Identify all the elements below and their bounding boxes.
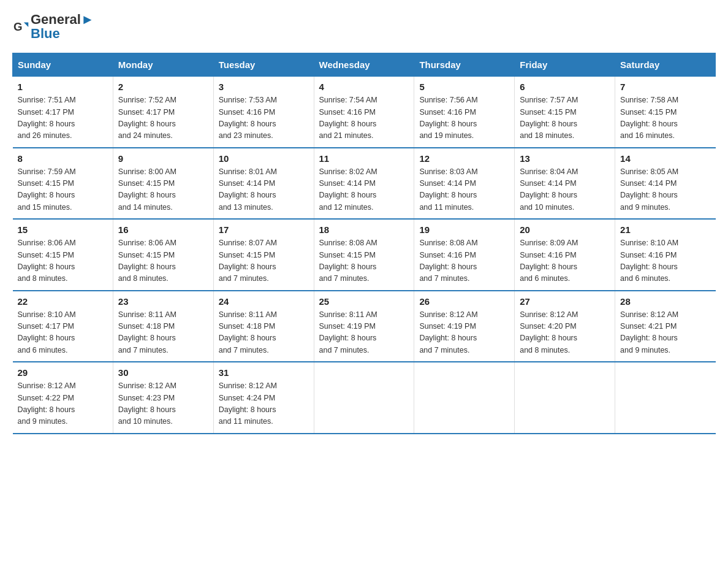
- table-row: [615, 362, 716, 434]
- day-info: Sunrise: 8:11 AMSunset: 4:18 PMDaylight:…: [118, 309, 208, 357]
- day-number: 27: [520, 296, 610, 307]
- day-info: Sunrise: 8:08 AMSunset: 4:16 PMDaylight:…: [419, 237, 509, 285]
- day-info: Sunrise: 8:09 AMSunset: 4:16 PMDaylight:…: [520, 237, 610, 285]
- day-number: 31: [219, 367, 309, 378]
- calendar-week-4: 22Sunrise: 8:10 AMSunset: 4:17 PMDayligh…: [13, 291, 716, 362]
- day-info: Sunrise: 8:06 AMSunset: 4:15 PMDaylight:…: [18, 237, 108, 285]
- day-info: Sunrise: 8:10 AMSunset: 4:17 PMDaylight:…: [18, 309, 108, 357]
- day-number: 15: [18, 224, 108, 235]
- table-row: 12Sunrise: 8:03 AMSunset: 4:14 PMDayligh…: [414, 148, 515, 220]
- table-row: 16Sunrise: 8:06 AMSunset: 4:15 PMDayligh…: [113, 219, 213, 291]
- day-info: Sunrise: 7:58 AMSunset: 4:15 PMDaylight:…: [620, 94, 710, 142]
- day-number: 18: [319, 224, 409, 235]
- day-number: 30: [118, 367, 208, 378]
- col-sunday: Sunday: [13, 53, 113, 77]
- day-number: 5: [419, 82, 509, 92]
- calendar-week-2: 8Sunrise: 7:59 AMSunset: 4:15 PMDaylight…: [13, 148, 716, 220]
- day-number: 6: [520, 82, 610, 92]
- table-row: 28Sunrise: 8:12 AMSunset: 4:21 PMDayligh…: [615, 291, 716, 362]
- day-info: Sunrise: 8:11 AMSunset: 4:19 PMDaylight:…: [319, 309, 409, 357]
- day-number: 22: [18, 296, 108, 307]
- day-info: Sunrise: 8:03 AMSunset: 4:14 PMDaylight:…: [419, 166, 509, 214]
- day-number: 10: [219, 153, 309, 164]
- day-info: Sunrise: 8:12 AMSunset: 4:22 PMDaylight:…: [18, 380, 108, 428]
- table-row: 11Sunrise: 8:02 AMSunset: 4:14 PMDayligh…: [314, 148, 414, 220]
- table-row: [515, 362, 615, 434]
- day-number: 19: [419, 224, 509, 235]
- table-row: 6Sunrise: 7:57 AMSunset: 4:15 PMDaylight…: [515, 77, 615, 148]
- table-row: 10Sunrise: 8:01 AMSunset: 4:14 PMDayligh…: [213, 148, 314, 220]
- table-row: 18Sunrise: 8:08 AMSunset: 4:15 PMDayligh…: [314, 219, 414, 291]
- table-row: 23Sunrise: 8:11 AMSunset: 4:18 PMDayligh…: [113, 291, 213, 362]
- day-info: Sunrise: 8:06 AMSunset: 4:15 PMDaylight:…: [118, 237, 208, 285]
- table-row: 1Sunrise: 7:51 AMSunset: 4:17 PMDaylight…: [13, 77, 113, 148]
- day-info: Sunrise: 8:11 AMSunset: 4:18 PMDaylight:…: [219, 309, 309, 357]
- table-row: 22Sunrise: 8:10 AMSunset: 4:17 PMDayligh…: [13, 291, 113, 362]
- day-number: 26: [419, 296, 509, 307]
- day-number: 4: [319, 82, 409, 92]
- day-number: 1: [18, 82, 108, 92]
- table-row: 13Sunrise: 8:04 AMSunset: 4:14 PMDayligh…: [515, 148, 615, 220]
- table-row: 14Sunrise: 8:05 AMSunset: 4:14 PMDayligh…: [615, 148, 716, 220]
- day-info: Sunrise: 8:07 AMSunset: 4:15 PMDaylight:…: [219, 237, 309, 285]
- calendar-body: 1Sunrise: 7:51 AMSunset: 4:17 PMDaylight…: [13, 77, 716, 434]
- logo-general-text: General►: [31, 12, 94, 27]
- day-info: Sunrise: 8:04 AMSunset: 4:14 PMDaylight:…: [520, 166, 610, 214]
- day-number: 12: [419, 153, 509, 164]
- table-row: 21Sunrise: 8:10 AMSunset: 4:16 PMDayligh…: [615, 219, 716, 291]
- day-info: Sunrise: 7:56 AMSunset: 4:16 PMDaylight:…: [419, 94, 509, 142]
- calendar-week-3: 15Sunrise: 8:06 AMSunset: 4:15 PMDayligh…: [13, 219, 716, 291]
- day-info: Sunrise: 7:59 AMSunset: 4:15 PMDaylight:…: [18, 166, 108, 214]
- day-info: Sunrise: 8:10 AMSunset: 4:16 PMDaylight:…: [620, 237, 710, 285]
- table-row: 15Sunrise: 8:06 AMSunset: 4:15 PMDayligh…: [13, 219, 113, 291]
- day-info: Sunrise: 7:57 AMSunset: 4:15 PMDaylight:…: [520, 94, 610, 142]
- table-row: 19Sunrise: 8:08 AMSunset: 4:16 PMDayligh…: [414, 219, 515, 291]
- page-header: G General► Blue: [12, 12, 716, 40]
- day-info: Sunrise: 8:00 AMSunset: 4:15 PMDaylight:…: [118, 166, 208, 214]
- header-row: Sunday Monday Tuesday Wednesday Thursday…: [13, 53, 716, 77]
- day-number: 2: [118, 82, 208, 92]
- day-number: 25: [319, 296, 409, 307]
- day-number: 3: [219, 82, 309, 92]
- logo-blue-text: Blue: [31, 27, 94, 40]
- day-number: 14: [620, 153, 710, 164]
- day-number: 29: [18, 367, 108, 378]
- day-info: Sunrise: 8:12 AMSunset: 4:21 PMDaylight:…: [620, 309, 710, 357]
- table-row: 7Sunrise: 7:58 AMSunset: 4:15 PMDaylight…: [615, 77, 716, 148]
- day-number: 11: [319, 153, 409, 164]
- table-row: 26Sunrise: 8:12 AMSunset: 4:19 PMDayligh…: [414, 291, 515, 362]
- col-friday: Friday: [515, 53, 615, 77]
- table-row: 27Sunrise: 8:12 AMSunset: 4:20 PMDayligh…: [515, 291, 615, 362]
- logo: G General► Blue: [12, 12, 94, 40]
- day-number: 21: [620, 224, 710, 235]
- day-number: 8: [18, 153, 108, 164]
- day-number: 13: [520, 153, 610, 164]
- col-saturday: Saturday: [615, 53, 716, 77]
- day-info: Sunrise: 8:12 AMSunset: 4:24 PMDaylight:…: [219, 380, 309, 428]
- day-number: 20: [520, 224, 610, 235]
- day-info: Sunrise: 8:12 AMSunset: 4:23 PMDaylight:…: [118, 380, 208, 428]
- table-row: 5Sunrise: 7:56 AMSunset: 4:16 PMDaylight…: [414, 77, 515, 148]
- table-row: 20Sunrise: 8:09 AMSunset: 4:16 PMDayligh…: [515, 219, 615, 291]
- day-info: Sunrise: 8:05 AMSunset: 4:14 PMDaylight:…: [620, 166, 710, 214]
- table-row: 4Sunrise: 7:54 AMSunset: 4:16 PMDaylight…: [314, 77, 414, 148]
- day-info: Sunrise: 7:53 AMSunset: 4:16 PMDaylight:…: [219, 94, 309, 142]
- calendar-table: Sunday Monday Tuesday Wednesday Thursday…: [12, 53, 716, 434]
- day-number: 7: [620, 82, 710, 92]
- table-row: 3Sunrise: 7:53 AMSunset: 4:16 PMDaylight…: [213, 77, 314, 148]
- day-info: Sunrise: 7:54 AMSunset: 4:16 PMDaylight:…: [319, 94, 409, 142]
- day-info: Sunrise: 8:08 AMSunset: 4:15 PMDaylight:…: [319, 237, 409, 285]
- table-row: 24Sunrise: 8:11 AMSunset: 4:18 PMDayligh…: [213, 291, 314, 362]
- table-row: 30Sunrise: 8:12 AMSunset: 4:23 PMDayligh…: [113, 362, 213, 434]
- logo-icon: G: [13, 18, 31, 35]
- day-number: 24: [219, 296, 309, 307]
- day-info: Sunrise: 7:51 AMSunset: 4:17 PMDaylight:…: [18, 94, 108, 142]
- day-number: 17: [219, 224, 309, 235]
- day-number: 9: [118, 153, 208, 164]
- table-row: [314, 362, 414, 434]
- day-number: 16: [118, 224, 208, 235]
- day-info: Sunrise: 7:52 AMSunset: 4:17 PMDaylight:…: [118, 94, 208, 142]
- col-wednesday: Wednesday: [314, 53, 414, 77]
- calendar-header: Sunday Monday Tuesday Wednesday Thursday…: [13, 53, 716, 77]
- day-info: Sunrise: 8:01 AMSunset: 4:14 PMDaylight:…: [219, 166, 309, 214]
